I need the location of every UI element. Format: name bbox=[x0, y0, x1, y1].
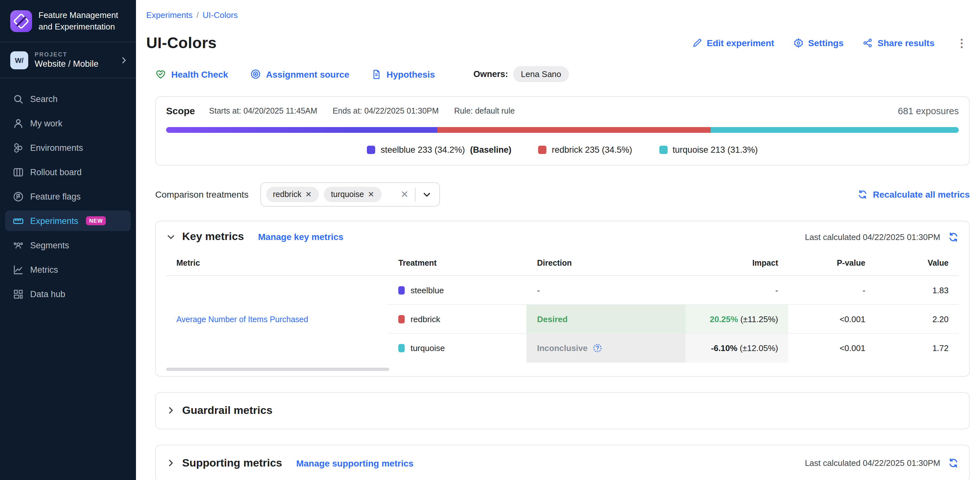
treatment-swatch bbox=[398, 315, 405, 323]
user-icon bbox=[13, 118, 24, 129]
experiment-sublinks: Health Check Assignment source Hypothesi… bbox=[155, 66, 970, 82]
direction-cell: Inconclusive bbox=[527, 333, 685, 362]
treatment-name: steelblue bbox=[410, 285, 444, 295]
expand-chevron-right-icon[interactable] bbox=[166, 458, 176, 468]
legend-label: redbrick 235 (34.5%) bbox=[552, 145, 632, 155]
new-badge: NEW bbox=[86, 216, 106, 225]
clear-all-icon[interactable]: ✕ bbox=[401, 189, 409, 200]
hypothesis-label: Hypothesis bbox=[387, 69, 435, 79]
legend-item-redbrick: redbrick 235 (34.5%) bbox=[538, 145, 632, 155]
pvalue-cell: - bbox=[788, 276, 875, 305]
header-actions: Edit experiment Settings Share results ⋮ bbox=[692, 38, 970, 48]
main-content: Experiments/UI-Colors UI-Colors Edit exp… bbox=[136, 0, 980, 480]
metric-name-link[interactable]: Average Number of Items Purchased bbox=[177, 315, 308, 324]
scope-rule: Rule: default rule bbox=[454, 106, 515, 115]
comparison-treatments-select[interactable]: redbrick ✕ turquoise ✕ ✕ bbox=[260, 182, 440, 207]
chevron-right-icon bbox=[119, 56, 128, 64]
sidebar-item-experiments[interactable]: Experiments NEW bbox=[5, 210, 131, 231]
target-icon bbox=[250, 69, 261, 80]
legend-item-turquoise: turquoise 213 (31.3%) bbox=[659, 145, 758, 155]
legend-label: turquoise 213 (31.3%) bbox=[673, 145, 758, 155]
chip-turquoise: turquoise ✕ bbox=[324, 187, 381, 202]
breadcrumb-experiments-link[interactable]: Experiments bbox=[146, 10, 193, 20]
sidebar-item-environments[interactable]: Environments bbox=[5, 137, 131, 158]
recalculate-all-metrics-button[interactable]: Recalculate all metrics bbox=[858, 189, 970, 199]
breadcrumb: Experiments/UI-Colors bbox=[146, 10, 970, 20]
sidebar-item-data-hub[interactable]: Data hub bbox=[5, 284, 131, 304]
supporting-metrics-card: Supporting metrics Manage supporting met… bbox=[155, 444, 970, 480]
sidebar: Feature Management and Experimentation W… bbox=[0, 0, 136, 480]
sidebar-item-metrics[interactable]: Metrics bbox=[5, 259, 131, 280]
share-results-button[interactable]: Share results bbox=[863, 38, 934, 48]
edit-experiment-button[interactable]: Edit experiment bbox=[692, 38, 774, 48]
breadcrumb-separator: / bbox=[197, 10, 199, 20]
product-name: Feature Management and Experimentation bbox=[38, 10, 127, 32]
key-metrics-card: Key metrics Manage key metrics Last calc… bbox=[155, 221, 970, 376]
grid-icon bbox=[13, 289, 24, 299]
sidebar-item-search[interactable]: Search bbox=[5, 89, 131, 109]
exposures-count: 681 exposures bbox=[898, 105, 959, 116]
app-window: Feature Management and Experimentation W… bbox=[0, 0, 980, 480]
sidebar-item-my-work[interactable]: My work bbox=[5, 113, 131, 134]
remove-chip-icon[interactable]: ✕ bbox=[305, 190, 312, 199]
project-label: PROJECT bbox=[35, 51, 113, 58]
expand-chevron-right-icon[interactable] bbox=[166, 405, 176, 415]
more-options-kebab-icon[interactable]: ⋮ bbox=[954, 38, 970, 48]
hexagons-icon bbox=[13, 142, 24, 153]
sidebar-item-label: Data hub bbox=[30, 289, 65, 299]
pencil-icon bbox=[692, 38, 702, 48]
edit-experiment-label: Edit experiment bbox=[707, 38, 774, 48]
collapse-chevron-down-icon[interactable] bbox=[166, 232, 176, 242]
ruler-icon bbox=[13, 215, 24, 226]
settings-button[interactable]: Settings bbox=[793, 38, 843, 48]
question-circle-icon[interactable] bbox=[593, 343, 602, 353]
product-header: Feature Management and Experimentation bbox=[0, 0, 136, 42]
page-title: UI-Colors bbox=[146, 34, 217, 52]
manage-key-metrics-link[interactable]: Manage key metrics bbox=[258, 232, 344, 242]
remove-chip-icon[interactable]: ✕ bbox=[368, 190, 374, 199]
owner-pill[interactable]: Lena Sano bbox=[513, 66, 569, 82]
health-check-link[interactable]: Health Check bbox=[155, 69, 228, 80]
treatment-name: turquoise bbox=[410, 343, 445, 353]
recalculate-label: Recalculate all metrics bbox=[873, 189, 970, 199]
value-cell: 1.72 bbox=[875, 333, 959, 362]
sidebar-item-rollout-board[interactable]: Rollout board bbox=[5, 162, 131, 182]
refresh-icon[interactable] bbox=[948, 458, 959, 469]
horizontal-scrollbar[interactable] bbox=[166, 367, 389, 371]
sidebar-item-label: Experiments bbox=[30, 216, 78, 226]
sidebar-item-label: Metrics bbox=[30, 265, 58, 274]
chevron-down-icon[interactable] bbox=[422, 190, 432, 199]
refresh-icon bbox=[858, 189, 868, 199]
gear-icon bbox=[793, 38, 803, 48]
refresh-icon[interactable] bbox=[948, 231, 959, 242]
search-icon bbox=[13, 93, 24, 104]
sidebar-item-label: Feature flags bbox=[30, 191, 81, 201]
project-switcher[interactable]: W/ PROJECT Website / Mobile bbox=[0, 42, 136, 78]
sidebar-item-label: Rollout board bbox=[30, 167, 82, 177]
sidebar-item-label: Search bbox=[30, 94, 58, 104]
people-icon bbox=[13, 240, 24, 250]
scope-ends-at: Ends at: 04/22/2025 01:30PM bbox=[332, 106, 439, 115]
breadcrumb-current-link[interactable]: UI-Colors bbox=[203, 10, 238, 20]
exposure-distribution-bar bbox=[166, 127, 959, 133]
legend-label: steelblue 233 (34.2%) bbox=[381, 145, 465, 155]
legend-item-steelblue: steelblue 233 (34.2%) (Baseline) bbox=[367, 145, 511, 155]
guardrail-metrics-title: Guardrail metrics bbox=[182, 404, 272, 417]
share-icon bbox=[863, 38, 873, 48]
redbrick-swatch bbox=[538, 146, 547, 154]
manage-supporting-metrics-link[interactable]: Manage supporting metrics bbox=[296, 458, 414, 468]
document-icon bbox=[371, 69, 381, 79]
owners-label: Owners: bbox=[473, 69, 508, 79]
table-header-row: Metric Treatment Direction Impact P-valu… bbox=[166, 252, 959, 276]
last-calculated-text: Last calculated 04/22/2025 01:30PM bbox=[805, 458, 940, 468]
flag-icon bbox=[13, 191, 24, 202]
health-check-label: Health Check bbox=[171, 69, 228, 79]
sidebar-item-segments[interactable]: Segments bbox=[5, 235, 131, 255]
assignment-source-link[interactable]: Assignment source bbox=[250, 69, 349, 80]
col-treatment: Treatment bbox=[388, 252, 527, 276]
bar-segment-turquoise bbox=[711, 127, 959, 133]
value-cell: 1.83 bbox=[875, 276, 959, 305]
sidebar-item-feature-flags[interactable]: Feature flags bbox=[5, 186, 131, 207]
hypothesis-link[interactable]: Hypothesis bbox=[371, 69, 435, 79]
turquoise-swatch bbox=[659, 146, 667, 154]
